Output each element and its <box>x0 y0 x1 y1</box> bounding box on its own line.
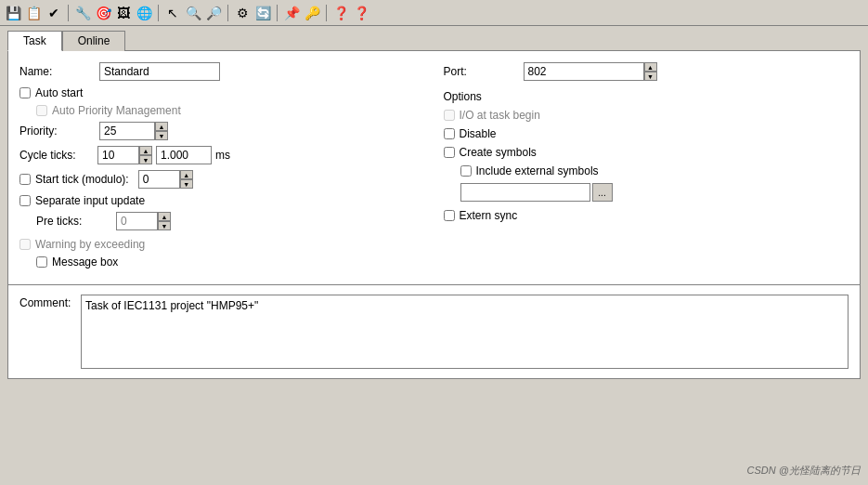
message-box-row: Message box <box>19 256 425 269</box>
comment-section: Comment: Task of IEC1131 project "HMP95+… <box>7 285 861 379</box>
path-input[interactable] <box>460 183 590 202</box>
auto-priority-row: Auto Priority Management <box>19 104 425 117</box>
priority-input[interactable] <box>99 122 155 140</box>
warning-label: Warning by exceeding <box>35 238 145 251</box>
pre-ticks-spinner-buttons: ▲ ▼ <box>158 212 171 230</box>
extern-sync-label: Extern sync <box>460 209 518 222</box>
include-external-row: Include external symbols <box>444 164 849 177</box>
gear-icon[interactable]: ⚙ <box>233 4 252 22</box>
start-tick-label: Start tick (modulo): <box>35 173 129 186</box>
auto-start-checkbox[interactable] <box>19 87 31 98</box>
priority-down-btn[interactable]: ▼ <box>155 131 168 140</box>
sep2 <box>158 5 159 21</box>
path-row: ... <box>444 183 849 202</box>
content-area: Name: Auto start Auto Priority Managemen… <box>7 50 861 285</box>
cycle-ticks-spinner-buttons: ▲ ▼ <box>139 146 152 164</box>
extern-sync-checkbox[interactable] <box>444 210 455 221</box>
pre-ticks-row: Pre ticks: ▲ ▼ <box>19 212 425 230</box>
left-panel: Name: Auto start Auto Priority Managemen… <box>19 62 425 273</box>
tab-online[interactable]: Online <box>62 31 126 51</box>
priority-spinner-buttons: ▲ ▼ <box>155 122 168 140</box>
sep3 <box>227 5 228 21</box>
separate-input-row: Separate input update <box>19 194 425 207</box>
search-icon[interactable]: 🔍 <box>184 4 202 22</box>
create-symbols-checkbox[interactable] <box>444 147 455 158</box>
save-icon[interactable]: 💾 <box>4 4 22 22</box>
start-tick-input[interactable] <box>138 170 180 189</box>
message-box-label: Message box <box>52 256 118 269</box>
name-row: Name: <box>19 62 425 81</box>
warning-row: Warning by exceeding <box>19 238 425 251</box>
start-tick-row: Start tick (modulo): ▲ ▼ <box>19 170 425 189</box>
help-icon[interactable]: ❓ <box>331 4 350 22</box>
options-title: Options <box>444 90 849 103</box>
port-label: Port: <box>444 65 518 78</box>
comment-row: Comment: Task of IEC1131 project "HMP95+… <box>19 295 849 369</box>
globe-icon[interactable]: 🌐 <box>135 4 153 22</box>
auto-priority-checkbox[interactable] <box>36 105 47 116</box>
right-panel: Port: ▲ ▼ Options I/O at task begin <box>444 62 849 273</box>
priority-label: Priority: <box>19 125 94 138</box>
toolbar: 💾 📋 ✔ 🔧 🎯 🖼 🌐 ↖ 🔍 🔎 ⚙ 🔄 📌 🔑 ❓ ❓ <box>0 0 868 26</box>
name-input[interactable] <box>99 62 220 81</box>
main-area: Task Online Name: Auto start Auto Priori… <box>0 26 868 383</box>
watermark: CSDN @光怪陆离的节日 <box>747 464 861 478</box>
cycle-ticks-spinner: ▲ ▼ <box>97 146 152 164</box>
comment-label: Comment: <box>19 295 75 309</box>
message-box-checkbox[interactable] <box>36 256 47 268</box>
check-icon[interactable]: ✔ <box>45 4 63 22</box>
separate-input-checkbox[interactable] <box>19 195 31 206</box>
key-icon[interactable]: 🔑 <box>303 4 321 22</box>
cycle-ticks-up-btn[interactable]: ▲ <box>139 146 152 155</box>
tab-bar: Task Online <box>7 30 861 50</box>
image-icon[interactable]: 🖼 <box>114 4 133 22</box>
disable-checkbox[interactable] <box>444 128 455 139</box>
cycle-ticks-row: Cycle ticks: ▲ ▼ ms <box>19 146 425 164</box>
auto-start-row: Auto start <box>19 86 425 99</box>
refresh-icon[interactable]: 🔄 <box>253 4 272 22</box>
pointer-icon[interactable]: ↖ <box>163 4 182 22</box>
start-tick-spinner-buttons: ▲ ▼ <box>180 170 193 189</box>
tab-task[interactable]: Task <box>7 31 62 51</box>
port-spinner-buttons: ▲ ▼ <box>644 62 657 81</box>
port-input[interactable] <box>524 62 644 81</box>
port-up-btn[interactable]: ▲ <box>644 62 657 72</box>
cycle-ticks-label: Cycle ticks: <box>19 149 94 162</box>
comment-textarea[interactable]: Task of IEC1131 project "HMP95+" <box>81 295 849 369</box>
auto-priority-label: Auto Priority Management <box>52 104 181 117</box>
auto-start-label: Auto start <box>35 86 83 99</box>
separate-input-label: Separate input update <box>35 194 145 207</box>
copy-icon[interactable]: 📋 <box>24 4 43 22</box>
cycle-ticks-input[interactable] <box>97 146 139 164</box>
cycle-ticks-down-btn[interactable]: ▼ <box>139 155 152 164</box>
start-tick-checkbox[interactable] <box>19 174 31 185</box>
io-task-checkbox[interactable] <box>444 110 455 121</box>
target-icon[interactable]: 🎯 <box>94 4 112 22</box>
ms-label: ms <box>215 149 230 162</box>
warning-checkbox[interactable] <box>19 239 31 250</box>
priority-row: Priority: ▲ ▼ <box>19 122 425 140</box>
priority-spinner: ▲ ▼ <box>99 122 168 140</box>
sep5 <box>326 5 327 21</box>
extern-sync-row: Extern sync <box>444 209 849 222</box>
sep1 <box>68 5 69 21</box>
pin-icon[interactable]: 📌 <box>282 4 301 22</box>
start-tick-down-btn[interactable]: ▼ <box>180 179 193 189</box>
io-task-row: I/O at task begin <box>444 109 849 122</box>
browse-button[interactable]: ... <box>592 183 613 202</box>
pre-ticks-input[interactable] <box>116 212 158 230</box>
priority-up-btn[interactable]: ▲ <box>155 122 168 131</box>
disable-row: Disable <box>444 127 849 140</box>
start-tick-up-btn[interactable]: ▲ <box>180 170 193 179</box>
include-external-checkbox[interactable] <box>460 165 472 177</box>
zoomout-icon[interactable]: 🔎 <box>204 4 223 22</box>
build-icon[interactable]: 🔧 <box>73 4 92 22</box>
port-down-btn[interactable]: ▼ <box>644 72 657 81</box>
create-symbols-label: Create symbols <box>460 146 537 159</box>
port-row: Port: ▲ ▼ <box>444 62 849 81</box>
pre-ticks-down-btn[interactable]: ▼ <box>158 221 171 230</box>
help2-icon[interactable]: ❓ <box>352 4 370 22</box>
cycle-ms-input[interactable] <box>156 146 212 164</box>
pre-ticks-up-btn[interactable]: ▲ <box>158 212 171 221</box>
include-external-label: Include external symbols <box>476 164 599 177</box>
